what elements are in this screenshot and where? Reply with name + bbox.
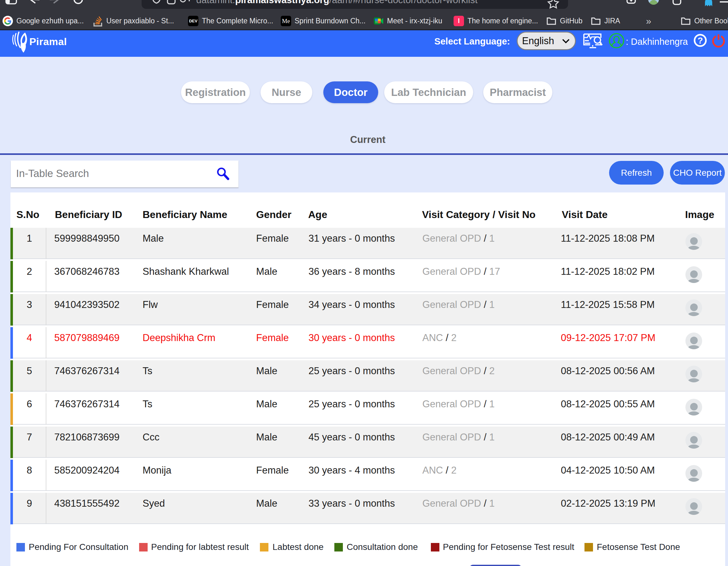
svg-text:?: ? xyxy=(697,36,703,45)
